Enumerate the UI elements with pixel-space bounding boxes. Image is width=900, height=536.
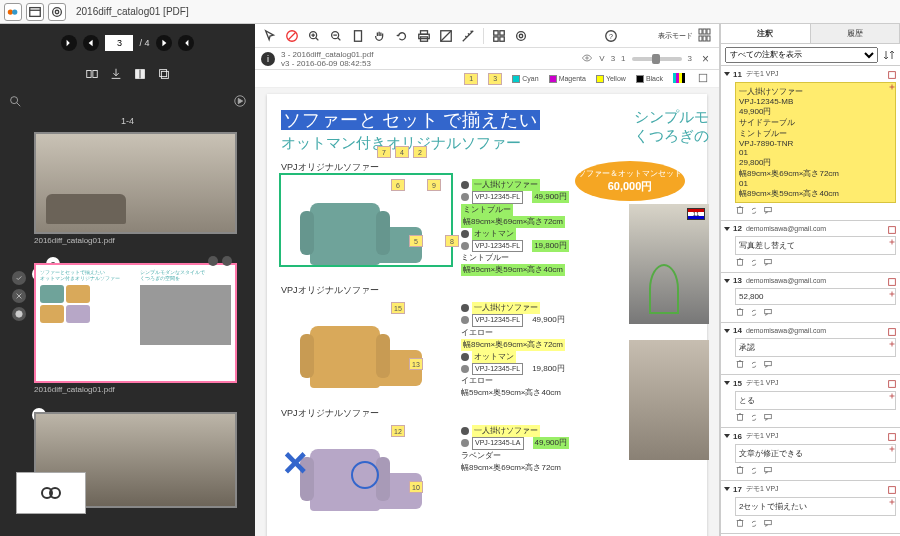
adjust-icon[interactable] — [437, 27, 455, 45]
info-badge-icon[interactable]: i — [261, 52, 275, 66]
window-icon[interactable] — [26, 3, 44, 21]
nav-prev-button[interactable] — [83, 35, 99, 51]
ann-marker[interactable]: 2 — [413, 146, 427, 158]
book-icon[interactable] — [132, 66, 148, 82]
annotation-item[interactable]: 12demomisawa@gmail.com写真差し替えて — [721, 221, 900, 273]
play-icon[interactable] — [233, 94, 247, 110]
zoom-in-icon[interactable] — [305, 27, 323, 45]
flag-marker[interactable]: 11 — [687, 208, 705, 220]
print-icon[interactable] — [415, 27, 433, 45]
download-icon[interactable] — [108, 66, 124, 82]
close-viewer-button[interactable]: × — [698, 52, 713, 66]
zoom-out-icon[interactable] — [327, 27, 345, 45]
page-input[interactable]: 3 — [105, 35, 133, 51]
reply-icon[interactable] — [763, 205, 773, 217]
annotation-body[interactable]: とる — [735, 391, 896, 410]
annotation-item[interactable]: 15デモ1 VPJとる — [721, 375, 900, 428]
sep-settings-icon[interactable] — [697, 72, 709, 85]
link-icon[interactable] — [749, 257, 759, 269]
sep-cyan[interactable]: Cyan — [512, 75, 538, 83]
help-icon[interactable]: ? — [602, 27, 620, 45]
trash-icon[interactable] — [735, 465, 745, 477]
annotation-body[interactable]: 写真差し替えて — [735, 236, 896, 255]
product-image[interactable]: ×1210 — [281, 421, 451, 511]
thumbnail-list[interactable]: 2016diff_catalog01.pdf 2 3 ソファーとセットで揃えたい… — [0, 128, 255, 536]
reject-icon[interactable] — [12, 289, 26, 303]
ann-marker[interactable]: 12 — [391, 425, 405, 437]
trash-icon[interactable] — [735, 359, 745, 371]
thumb-3[interactable]: 4 — [34, 412, 237, 508]
link-icon[interactable] — [749, 359, 759, 371]
trash-icon[interactable] — [735, 307, 745, 319]
annotation-item[interactable]: 11デモ1 VPJ一人掛けソファーVPJ-12345-MB49,900円サイドテ… — [721, 66, 900, 221]
ann-marker[interactable]: 5 — [409, 235, 423, 247]
rotate-icon[interactable] — [393, 27, 411, 45]
app-icon[interactable] — [4, 3, 22, 21]
tab-history[interactable]: 履歴 — [811, 24, 901, 43]
thumb-2[interactable]: 2 3 ソファーとセットで揃えたいオットマン付きオリジナルソファー シンプルモダ… — [34, 263, 237, 394]
reply-icon[interactable] — [763, 307, 773, 319]
sep-magenta[interactable]: Magenta — [549, 75, 586, 83]
annotation-body[interactable]: 52,800 — [735, 288, 896, 305]
search-icon[interactable] — [8, 94, 227, 110]
link-icon[interactable] — [749, 307, 759, 319]
page-viewport[interactable]: 7 4 2 ソファーとセットで揃えたい オットマン付きオリジナルソファー シンプ… — [255, 88, 719, 536]
pointer-icon[interactable] — [261, 27, 279, 45]
reply-icon[interactable] — [763, 359, 773, 371]
sort-icon[interactable] — [882, 48, 896, 62]
reply-icon[interactable] — [763, 257, 773, 269]
measure-icon[interactable] — [459, 27, 477, 45]
hand-icon[interactable] — [371, 27, 389, 45]
ann-marker[interactable]: 8 — [445, 235, 459, 247]
annotation-item[interactable]: 13demomisawa@gmail.com52,800 — [721, 273, 900, 323]
ann-marker[interactable]: 10 — [409, 481, 423, 493]
annotation-body[interactable]: 2セットで揃えたい — [735, 497, 896, 516]
reply-icon[interactable] — [763, 518, 773, 530]
annotation-body[interactable]: 文章が修正できる — [735, 444, 896, 463]
ann-marker[interactable]: 7 — [377, 146, 391, 158]
filter-select[interactable]: すべての注釈を表示 — [725, 47, 878, 63]
trash-icon[interactable] — [735, 518, 745, 530]
link-icon[interactable] — [749, 412, 759, 424]
annotation-body[interactable]: 承認 — [735, 338, 896, 357]
ann-marker[interactable]: 15 — [391, 302, 405, 314]
trash-icon[interactable] — [735, 257, 745, 269]
annotation-item[interactable]: 17デモ1 VPJ2セットで揃えたい — [721, 481, 900, 534]
at-icon[interactable] — [48, 3, 66, 21]
sep-combined-icon[interactable] — [673, 73, 687, 84]
compare-icon[interactable] — [84, 66, 100, 82]
sep-black[interactable]: Black — [636, 75, 663, 83]
trash-icon[interactable] — [735, 205, 745, 217]
product-image[interactable]: 6598 — [281, 175, 451, 265]
approve-icon[interactable] — [12, 271, 26, 285]
trash-icon[interactable] — [735, 412, 745, 424]
reply-icon[interactable] — [763, 465, 773, 477]
nav-next-button[interactable] — [156, 35, 172, 51]
ann-marker[interactable]: 13 — [409, 358, 423, 370]
ann-marker[interactable]: 4 — [395, 146, 409, 158]
no-entry-icon[interactable] — [283, 27, 301, 45]
tab-annotations[interactable]: 注釈 — [721, 24, 811, 43]
ann-marker[interactable]: 6 — [391, 179, 405, 191]
reply-icon[interactable] — [763, 412, 773, 424]
link-icon[interactable] — [749, 465, 759, 477]
annotation-item[interactable]: 14demomisawa@gmail.com承認 — [721, 323, 900, 375]
thumb-1[interactable]: 2016diff_catalog01.pdf — [34, 132, 237, 245]
nav-first-button[interactable] — [61, 35, 77, 51]
layers-icon[interactable] — [156, 66, 172, 82]
display-mode-icon[interactable] — [697, 27, 713, 45]
product-image[interactable]: 1513 — [281, 298, 451, 388]
annotation-body[interactable]: 一人掛けソファーVPJ-12345-MB49,900円サイドテーブルミントブルー… — [735, 82, 896, 203]
range-slider[interactable] — [632, 57, 682, 61]
page-fit-icon[interactable] — [349, 27, 367, 45]
annotation-list[interactable]: 11デモ1 VPJ一人掛けソファーVPJ-12345-MB49,900円サイドテ… — [721, 66, 900, 536]
annotation-item[interactable]: 16デモ1 VPJ文章が修正できる — [721, 428, 900, 481]
sep-yellow[interactable]: Yellow — [596, 75, 626, 83]
clip-icon[interactable] — [512, 27, 530, 45]
ann-marker[interactable]: 9 — [427, 179, 441, 191]
eye-icon[interactable] — [581, 52, 593, 66]
info-icon[interactable] — [12, 307, 26, 321]
grid-icon[interactable] — [490, 27, 508, 45]
link-icon[interactable] — [749, 518, 759, 530]
nav-last-button[interactable] — [178, 35, 194, 51]
